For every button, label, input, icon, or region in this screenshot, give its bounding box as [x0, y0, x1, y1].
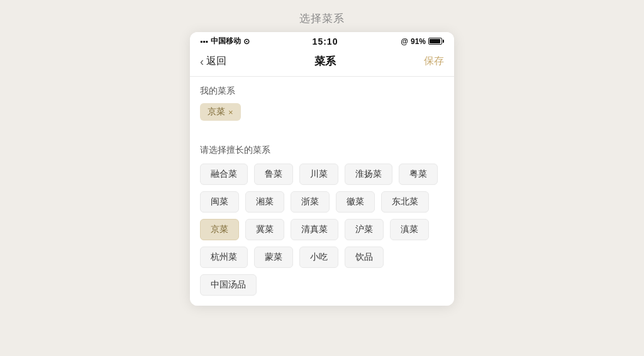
cuisine-option-闽菜[interactable]: 闽菜: [200, 191, 239, 213]
page-title: 选择菜系: [299, 11, 345, 26]
nav-title: 菜系: [314, 54, 336, 69]
cuisine-option-浙菜[interactable]: 浙菜: [291, 191, 330, 213]
back-button[interactable]: ‹ 返回: [200, 55, 226, 68]
choose-cuisine-label: 请选择擅长的菜系: [200, 145, 444, 156]
wifi-icon: ⊙: [243, 37, 250, 46]
cuisine-option-饮品[interactable]: 饮品: [345, 247, 384, 268]
cuisine-option-融合菜[interactable]: 融合菜: [200, 164, 248, 185]
battery-icon: [428, 38, 444, 45]
page-background: 选择菜系 ▪▪▪ 中国移动 ⊙ 15:10 @ 91% ‹ 返回: [0, 0, 644, 356]
choose-cuisine-section: 请选择擅长的菜系 融合菜鲁菜川菜淮扬菜粤菜闽菜湘菜浙菜徽菜东北菜京菜冀菜清真菜沪…: [190, 136, 454, 306]
battery-percent: 91%: [411, 37, 426, 46]
cuisine-option-蒙菜[interactable]: 蒙菜: [254, 247, 293, 268]
my-cuisine-label: 我的菜系: [200, 86, 444, 97]
cuisine-option-湘菜[interactable]: 湘菜: [245, 191, 284, 213]
status-time: 15:10: [313, 36, 338, 47]
cuisine-option-沪菜[interactable]: 沪菜: [345, 219, 384, 240]
selected-tag-label: 京菜: [208, 106, 225, 118]
carrier-label: 中国移动: [211, 36, 241, 47]
signal-icon: ▪▪▪: [200, 37, 208, 46]
status-left: ▪▪▪ 中国移动 ⊙: [200, 36, 250, 47]
cuisine-grid: 融合菜鲁菜川菜淮扬菜粤菜闽菜湘菜浙菜徽菜东北菜京菜冀菜清真菜沪菜滇菜杭州菜蒙菜小…: [200, 164, 444, 296]
cuisine-option-京菜[interactable]: 京菜: [200, 219, 239, 240]
cuisine-option-小吃[interactable]: 小吃: [299, 247, 338, 268]
back-chevron-icon: ‹: [200, 56, 204, 67]
cuisine-option-冀菜[interactable]: 冀菜: [245, 219, 284, 240]
at-icon: @: [401, 37, 408, 46]
my-cuisine-section: 我的菜系 京菜 ×: [190, 77, 454, 131]
cuisine-option-杭州菜[interactable]: 杭州菜: [200, 247, 248, 268]
status-right: @ 91%: [401, 37, 444, 46]
cuisine-option-东北菜[interactable]: 东北菜: [381, 191, 429, 213]
cuisine-option-鲁菜[interactable]: 鲁菜: [254, 164, 293, 185]
cuisine-option-清真菜[interactable]: 清真菜: [291, 219, 338, 240]
cuisine-option-徽菜[interactable]: 徽菜: [336, 191, 375, 213]
selected-tag-jingcai[interactable]: 京菜 ×: [200, 103, 241, 121]
cuisine-option-中国汤品[interactable]: 中国汤品: [200, 274, 257, 296]
cuisine-option-滇菜[interactable]: 滇菜: [390, 219, 429, 240]
cuisine-option-粤菜[interactable]: 粤菜: [399, 164, 438, 185]
save-button[interactable]: 保存: [424, 55, 444, 68]
nav-bar: ‹ 返回 菜系 保存: [190, 49, 454, 77]
back-label: 返回: [206, 55, 226, 68]
remove-tag-icon[interactable]: ×: [228, 108, 233, 117]
cuisine-option-川菜[interactable]: 川菜: [299, 164, 338, 185]
cuisine-option-淮扬菜[interactable]: 淮扬菜: [345, 164, 392, 185]
status-bar: ▪▪▪ 中国移动 ⊙ 15:10 @ 91%: [190, 32, 454, 49]
selected-tags-container: 京菜 ×: [200, 103, 444, 121]
phone-frame: ▪▪▪ 中国移动 ⊙ 15:10 @ 91% ‹ 返回 菜系 保存: [190, 32, 454, 306]
